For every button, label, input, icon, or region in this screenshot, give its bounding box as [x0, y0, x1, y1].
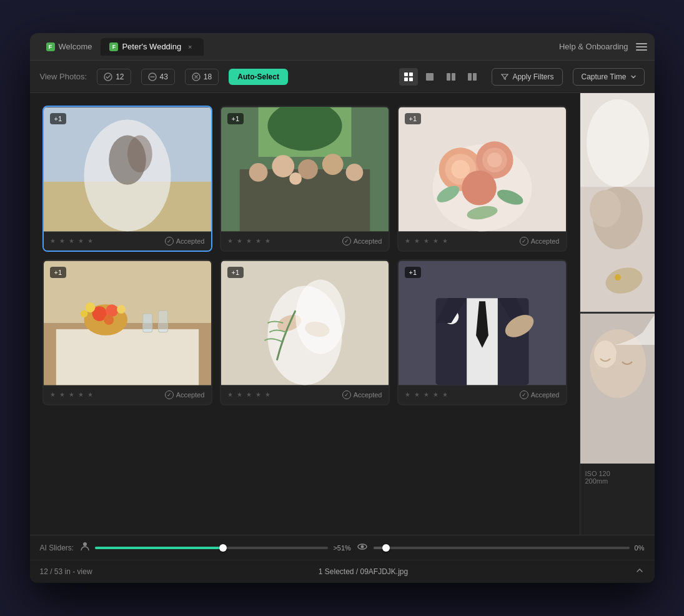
person-slider-value: >51%	[333, 544, 350, 552]
svg-rect-8	[447, 73, 450, 81]
app-window: F Welcome F Peter's Wedding × Help & Onb…	[30, 33, 655, 583]
single-view-button[interactable]	[420, 68, 439, 86]
check-circle-icon	[104, 72, 112, 81]
photo-card-3[interactable]: +1 ★ ★ ★ ★ ★ ✓ Accepted	[397, 106, 567, 252]
filter-btn-18[interactable]: 18	[185, 69, 219, 85]
photo-footer-1: ★ ★ ★ ★ ★ ✓ Accepted	[44, 232, 211, 251]
help-onboarding-label[interactable]: Help & Onboarding	[559, 42, 628, 51]
accepted-badge-3: ✓ Accepted	[520, 237, 560, 246]
photo-footer-4: ★ ★ ★ ★ ★ ✓ Accepted	[44, 385, 211, 404]
photo-footer-3: ★ ★ ★ ★ ★ ✓ Accepted	[399, 232, 566, 251]
photo-badge-4: +1	[50, 267, 67, 278]
apply-filters-button[interactable]: Apply Filters	[492, 68, 563, 86]
photo-grid-area: +1 ★ ★ ★ ★ ★ ✓ Accepted	[30, 93, 580, 535]
grid-view-button[interactable]	[399, 68, 418, 86]
single-icon	[425, 72, 435, 82]
minus-circle-icon	[148, 72, 157, 81]
svg-point-50	[117, 305, 126, 314]
photo-image-5: +1	[221, 261, 389, 385]
photo-badge-1: +1	[50, 113, 67, 124]
right-panel: ISO 120 200mm	[580, 93, 655, 535]
star-rating-4: ★ ★ ★ ★ ★	[50, 391, 95, 399]
toolbar: View Photos: 12 43 18 Auto-Select	[30, 61, 655, 93]
svg-rect-9	[452, 73, 455, 81]
svg-point-48	[85, 302, 95, 312]
svg-rect-41	[56, 329, 198, 385]
eye-slider-thumb	[382, 544, 390, 552]
filter-count-18: 18	[204, 72, 212, 81]
accepted-icon-5: ✓	[342, 390, 351, 399]
right-panel-meta: ISO 120 200mm	[580, 464, 655, 491]
auto-select-button[interactable]: Auto-Select	[229, 69, 288, 85]
collapse-button[interactable]	[635, 565, 645, 578]
photo-footer-6: ★ ★ ★ ★ ★ ✓ Accepted	[399, 385, 566, 404]
accepted-badge-1: ✓ Accepted	[165, 237, 205, 246]
split-view-button[interactable]	[463, 68, 482, 86]
wedding-dress-svg	[221, 261, 389, 385]
photo-badge-6: +1	[405, 267, 422, 278]
photo-card-5[interactable]: +1 ★ ★ ★ ★ ★ ✓ Accepted	[220, 259, 390, 405]
svg-rect-6	[409, 77, 413, 81]
filter-btn-12[interactable]: 12	[97, 69, 131, 85]
capture-time-button[interactable]: Capture Time	[573, 68, 644, 86]
svg-point-45	[104, 315, 114, 325]
compare-view-button[interactable]	[442, 68, 460, 86]
star-rating-3: ★ ★ ★ ★ ★	[405, 237, 450, 245]
photo-card-2[interactable]: +1 ★ ★ ★ ★ ★ ✓ Accepted	[220, 106, 390, 252]
photo-image-2: +1	[221, 107, 389, 232]
filter-btn-43[interactable]: 43	[141, 69, 175, 85]
svg-point-72	[616, 344, 638, 371]
accepted-badge-6: ✓ Accepted	[520, 390, 560, 399]
svg-point-35	[462, 171, 497, 206]
apply-filters-label: Apply Filters	[512, 72, 553, 81]
person-slider-group: >51%	[80, 542, 351, 554]
tab-close-button[interactable]: ×	[185, 42, 195, 52]
eye-slider-track[interactable]	[374, 547, 630, 549]
accepted-icon-4: ✓	[165, 390, 174, 399]
title-bar-right: Help & Onboarding	[559, 42, 647, 51]
tab-welcome[interactable]: F Welcome	[37, 38, 101, 55]
photo-image-4: +1	[44, 261, 211, 385]
person-slider-thumb	[219, 544, 227, 552]
svg-point-24	[322, 154, 343, 175]
svg-rect-5	[404, 77, 408, 81]
right-panel-image-bottom	[580, 314, 655, 464]
wedding-tab-label: Peter's Wedding	[122, 42, 181, 51]
chevron-down-icon	[630, 74, 637, 80]
eye-slider-value: 0%	[635, 544, 645, 552]
svg-point-34	[487, 152, 502, 167]
right-panel-image-top	[580, 93, 655, 312]
accepted-badge-2: ✓ Accepted	[342, 237, 382, 246]
svg-point-65	[590, 190, 621, 227]
table-flowers-svg	[44, 261, 211, 385]
photo-footer-5: ★ ★ ★ ★ ★ ✓ Accepted	[221, 385, 389, 404]
ai-sliders-row: AI Sliders: >51%	[30, 535, 655, 560]
right-panel-top-svg	[580, 93, 655, 312]
accepted-badge-5: ✓ Accepted	[342, 390, 382, 399]
photo-card-1[interactable]: +1 ★ ★ ★ ★ ★ ✓ Accepted	[42, 106, 212, 252]
view-photos-label: View Photos:	[40, 72, 87, 81]
photo-image-6: +1	[399, 261, 566, 385]
photo-card-4[interactable]: +1 ★ ★ ★ ★ ★ ✓ Accepted	[42, 259, 212, 405]
accepted-icon-2: ✓	[342, 237, 351, 246]
svg-rect-11	[473, 73, 477, 81]
star-rating-5: ★ ★ ★ ★ ★	[227, 391, 272, 399]
filter-count-43: 43	[160, 72, 168, 81]
title-bar: F Welcome F Peter's Wedding × Help & Onb…	[30, 33, 655, 61]
compare-icon	[446, 72, 456, 82]
svg-point-71	[594, 340, 617, 368]
person-slider-track[interactable]	[95, 547, 328, 549]
photo-card-6[interactable]: +1 ★ ★ ★ ★ ★ ✓ Accepted	[397, 259, 567, 405]
svg-rect-10	[468, 73, 472, 81]
filter-icon	[501, 73, 508, 81]
svg-point-16	[127, 135, 152, 172]
tab-peters-wedding[interactable]: F Peter's Wedding ×	[101, 38, 204, 56]
flowers-svg	[399, 107, 566, 232]
svg-point-55	[295, 280, 345, 354]
menu-icon[interactable]	[636, 43, 647, 51]
x-circle-icon	[192, 72, 201, 81]
svg-rect-7	[426, 73, 434, 81]
star-rating-2: ★ ★ ★ ★ ★	[227, 237, 272, 245]
svg-rect-66	[580, 93, 655, 187]
split-icon	[467, 72, 477, 82]
